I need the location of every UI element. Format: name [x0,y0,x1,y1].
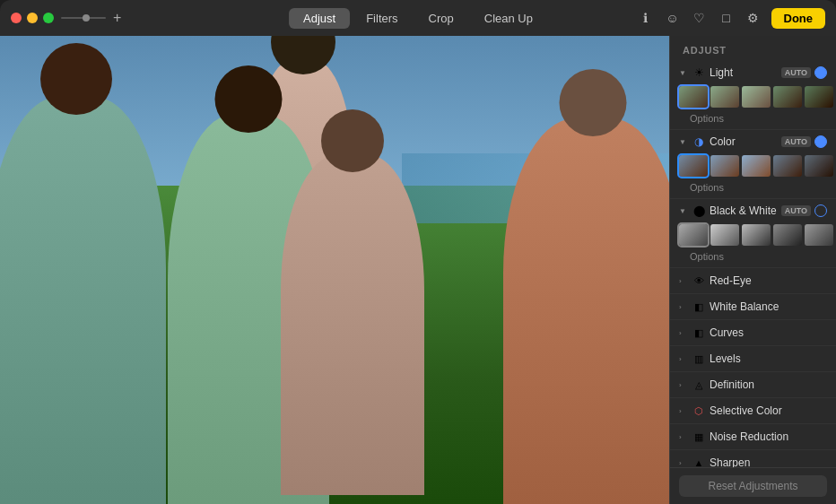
bw-auto-badge[interactable]: AUTO [781,205,811,216]
bw-toggle[interactable] [814,204,827,217]
person-front-left [0,97,166,504]
color-thumb-2[interactable] [710,155,739,177]
sharpen-title: Sharpen [710,456,827,467]
person-front-center-head [214,65,282,133]
curves-title: Curves [710,326,827,339]
person-front-left-head [40,43,112,115]
noise-reduction-title: Noise Reduction [710,430,827,443]
color-title: Color [710,135,778,148]
bw-chevron: ▼ [679,207,688,215]
color-thumbnails [670,153,836,180]
selective-color-chevron: › [679,407,688,415]
light-thumbnails [670,84,836,111]
noise-reduction-chevron: › [679,433,688,441]
curves-chevron: › [679,329,688,337]
color-thumb-4[interactable] [773,155,802,177]
close-button[interactable] [11,13,22,23]
levels-title: Levels [710,352,827,365]
color-auto-badge[interactable]: AUTO [781,136,811,147]
white-balance-icon: ◧ [692,301,706,313]
light-toggle[interactable] [814,66,827,79]
bw-section: ▼ ⬤ Black & White AUTO Options [670,199,836,268]
photo-area [0,36,669,504]
tab-cleanup[interactable]: Clean Up [470,8,547,29]
red-eye-icon: 👁 [692,275,706,286]
definition-title: Definition [710,378,827,391]
color-options[interactable]: Options [670,180,836,198]
white-balance-chevron: › [679,303,688,311]
definition-section[interactable]: › ◬ Definition [670,372,836,398]
minimize-button[interactable] [27,13,38,23]
person-center-right-head [321,109,384,172]
person-far-right-head [559,69,626,136]
levels-section[interactable]: › ▥ Levels [670,346,836,372]
red-eye-section[interactable]: › 👁 Red-Eye [670,268,836,294]
zoom-slider[interactable] [61,14,106,22]
light-section: ▼ ☀ Light AUTO Options [670,61,836,130]
light-title: Light [710,66,778,79]
noise-reduction-section[interactable]: › ▦ Noise Reduction [670,424,836,450]
bw-options[interactable]: Options [670,249,836,267]
panel-footer: Reset Adjustments [670,467,836,504]
share-icon[interactable]: □ [718,9,736,27]
heart-icon[interactable]: ♡ [691,9,709,27]
tab-crop[interactable]: Crop [414,8,468,29]
curves-icon: ◧ [692,327,706,339]
bw-thumb-4[interactable] [773,224,802,246]
light-section-header[interactable]: ▼ ☀ Light AUTO [670,61,836,84]
definition-chevron: › [679,381,688,389]
light-auto-badge[interactable]: AUTO [781,67,811,78]
traffic-lights [11,13,54,23]
selective-color-section[interactable]: › ⬡ Selective Color [670,398,836,424]
titlebar: + Adjust Filters Crop Clean Up ℹ ☺ ♡ □ ⚙… [0,0,836,36]
bw-thumb-2[interactable] [710,224,739,246]
color-section-header[interactable]: ▼ ◑ Color AUTO [670,130,836,153]
white-balance-title: White Balance [710,300,827,313]
color-toggle[interactable] [814,135,827,148]
light-thumb-1[interactable] [679,86,708,108]
tab-filters[interactable]: Filters [352,8,412,29]
light-icon: ☀ [692,66,706,79]
done-button[interactable]: Done [771,8,826,29]
color-thumb-5[interactable] [805,155,833,177]
person-center-right [281,154,424,495]
color-thumb-1[interactable] [679,155,708,177]
bw-thumb-1[interactable] [679,224,708,246]
photo-scene [0,36,669,504]
bw-icon: ⬤ [692,204,706,217]
person-far-right [503,118,669,504]
bw-thumb-5[interactable] [805,224,833,246]
bw-thumbnails [670,222,836,249]
info-icon[interactable]: ℹ [637,9,655,27]
sharpen-chevron: › [679,459,688,467]
bw-section-header[interactable]: ▼ ⬤ Black & White AUTO [670,199,836,222]
nav-tabs: Adjust Filters Crop Clean Up [289,8,547,29]
tab-adjust[interactable]: Adjust [289,8,350,29]
light-chevron: ▼ [679,69,688,77]
color-thumb-3[interactable] [742,155,771,177]
light-thumb-5[interactable] [805,86,833,108]
levels-icon: ▥ [692,353,706,365]
definition-icon: ◬ [692,379,706,391]
person-top-center-head [271,36,335,74]
white-balance-section[interactable]: › ◧ White Balance [670,294,836,320]
bw-thumb-3[interactable] [742,224,771,246]
curves-section[interactable]: › ◧ Curves [670,320,836,346]
sharpen-section[interactable]: › ▲ Sharpen [670,450,836,467]
light-thumb-4[interactable] [773,86,802,108]
color-section: ▼ ◑ Color AUTO Options [670,130,836,199]
light-options[interactable]: Options [670,111,836,129]
panel-body: ▼ ☀ Light AUTO Options ▼ [670,61,836,467]
light-thumb-2[interactable] [710,86,739,108]
sharpen-icon: ▲ [692,457,706,467]
color-chevron: ▼ [679,138,688,146]
light-thumb-3[interactable] [742,86,771,108]
tools-icon[interactable]: ⚙ [745,9,762,27]
red-eye-chevron: › [679,277,688,285]
reset-adjustments-button[interactable]: Reset Adjustments [679,475,827,497]
titlebar-right: ℹ ☺ ♡ □ ⚙ Done [637,8,826,29]
red-eye-title: Red-Eye [710,274,827,287]
add-button[interactable]: + [113,11,121,25]
emoji-icon[interactable]: ☺ [664,9,682,27]
maximize-button[interactable] [43,13,54,23]
